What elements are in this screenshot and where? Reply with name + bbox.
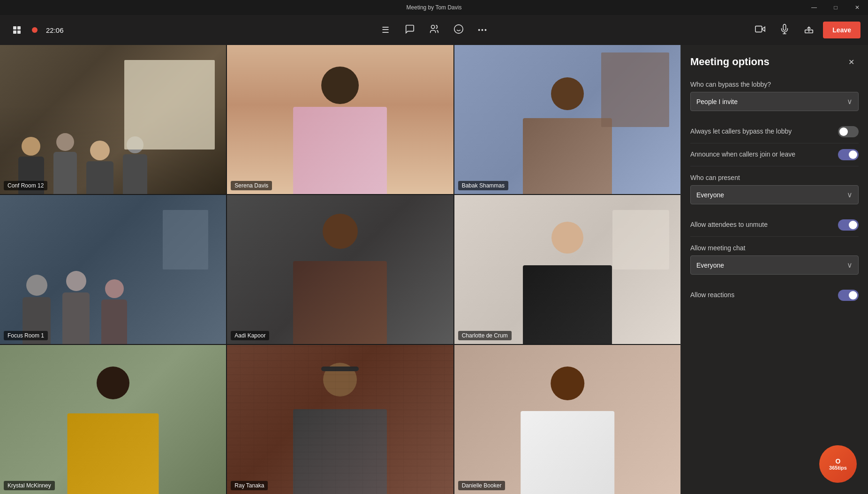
watermark: O 365tips [819, 445, 857, 483]
who-can-present-value: Everyone [696, 191, 724, 199]
video-cell-danielle: Danielle Booker [454, 345, 680, 494]
meeting-chat-chevron: ∨ [847, 261, 853, 269]
video-grid: Conf Room 12 Serena Davis Babak Shammas [0, 45, 680, 494]
video-label-ray: Ray Tanaka [231, 481, 268, 490]
always-bypass-label: Always let callers bypass the lobby [690, 127, 838, 136]
close-icon: ✕ [848, 58, 854, 67]
lobby-bypass-chevron: ∨ [847, 97, 853, 106]
who-can-present-label: Who can present [690, 174, 859, 181]
panel-close-button[interactable]: ✕ [844, 54, 859, 69]
video-label-aadi: Aadi Kapoor [231, 331, 269, 340]
announce-callers-label: Announce when callers join or leave [690, 150, 838, 159]
meeting-chat-label: Allow meeting chat [690, 244, 859, 252]
toggle-knob [849, 221, 857, 229]
chat-button[interactable] [400, 21, 420, 39]
participants-button[interactable] [424, 21, 445, 39]
watermark-text: O 365tips [829, 457, 847, 471]
video-cell-conf-room: Conf Room 12 [0, 45, 226, 194]
mic-button[interactable] [774, 21, 795, 39]
video-label-conf-room: Conf Room 12 [4, 181, 47, 190]
window-controls: — □ ✕ [803, 0, 868, 15]
video-label-focus-room: Focus Room 1 [4, 331, 48, 340]
reaction-icon [453, 24, 464, 37]
svg-rect-5 [755, 26, 762, 32]
video-label-krystal: Krystal McKinney [4, 481, 55, 490]
meeting-chat-value: Everyone [696, 262, 724, 269]
menu-button[interactable]: ☰ [375, 21, 396, 39]
video-label-babak: Babak Shammas [458, 181, 508, 190]
allow-unmute-row: Allow attendees to unmute [690, 214, 859, 237]
more-button[interactable]: ••• [473, 21, 493, 39]
toolbar-right: Leave [579, 21, 860, 39]
toggle-knob [849, 291, 857, 299]
svg-point-1 [454, 24, 462, 33]
meeting-options-panel: Meeting options ✕ Who can bypass the lob… [680, 45, 868, 494]
announce-callers-toggle[interactable] [838, 149, 859, 160]
who-can-present-chevron: ∨ [847, 190, 853, 199]
video-cell-krystal: Krystal McKinney [0, 345, 226, 494]
allow-reactions-row: Allow reactions [690, 284, 859, 307]
lobby-bypass-dropdown[interactable]: People I invite ∨ [690, 92, 859, 111]
meeting-timer: 22:06 [46, 26, 64, 34]
video-cell-babak: Babak Shammas [454, 45, 680, 194]
camera-icon [755, 24, 765, 37]
video-cell-charlotte: Charlotte de Crum [454, 195, 680, 344]
more-icon: ••• [478, 26, 488, 34]
meeting-chat-dropdown[interactable]: Everyone ∨ [690, 255, 859, 275]
svg-marker-4 [762, 27, 765, 31]
lobby-bypass-label: Who can bypass the lobby? [690, 81, 859, 88]
share-icon [804, 24, 814, 37]
window-close-button[interactable]: ✕ [846, 0, 868, 15]
window-title: Meeting by Tom Davis [407, 4, 462, 11]
meeting-chat-section: Allow meeting chat Everyone ∨ [690, 244, 859, 275]
participants-icon [429, 24, 439, 37]
video-label-charlotte: Charlotte de Crum [458, 331, 512, 340]
lobby-bypass-section: Who can bypass the lobby? People I invit… [690, 81, 859, 111]
video-cell-ray: Ray Tanaka [227, 345, 453, 494]
video-cell-focus-room: Focus Room 1 [0, 195, 226, 344]
who-can-present-dropdown[interactable]: Everyone ∨ [690, 185, 859, 204]
camera-button[interactable] [750, 21, 770, 39]
mic-icon [779, 24, 790, 37]
announce-callers-row: Announce when callers join or leave [690, 143, 859, 166]
allow-reactions-label: Allow reactions [690, 291, 838, 300]
toolbar-center: ☰ [293, 21, 575, 39]
allow-unmute-toggle[interactable] [838, 219, 859, 231]
panel-header: Meeting options ✕ [690, 54, 859, 69]
title-bar: Meeting by Tom Davis — □ ✕ [0, 0, 868, 15]
who-can-present-section: Who can present Everyone ∨ [690, 174, 859, 204]
reaction-button[interactable] [448, 21, 469, 39]
menu-icon: ☰ [382, 25, 389, 35]
toolbar-left: 22:06 [8, 21, 289, 39]
toolbar: 22:06 ☰ [0, 15, 868, 45]
chat-icon [405, 24, 415, 37]
video-cell-aadi: Aadi Kapoor [227, 195, 453, 344]
toggle-knob [849, 150, 857, 159]
always-bypass-row: Always let callers bypass the lobby [690, 120, 859, 143]
video-label-serena: Serena Davis [231, 181, 272, 190]
allow-unmute-label: Allow attendees to unmute [690, 220, 838, 230]
maximize-button[interactable]: □ [825, 0, 846, 15]
main-content: Conf Room 12 Serena Davis Babak Shammas [0, 45, 868, 494]
minimize-button[interactable]: — [803, 0, 825, 15]
lobby-bypass-value: People I invite [696, 98, 738, 105]
always-bypass-toggle[interactable] [838, 126, 859, 137]
toggle-knob [839, 127, 848, 136]
video-cell-serena: Serena Davis [227, 45, 453, 194]
svg-point-0 [431, 25, 434, 28]
grid-icon [13, 26, 21, 34]
video-label-danielle: Danielle Booker [458, 481, 506, 490]
recording-indicator [32, 27, 38, 33]
grid-view-button[interactable] [8, 21, 26, 39]
allow-reactions-toggle[interactable] [838, 290, 859, 301]
panel-title: Meeting options [690, 56, 770, 68]
leave-button[interactable]: Leave [823, 22, 860, 38]
share-button[interactable] [799, 21, 819, 39]
